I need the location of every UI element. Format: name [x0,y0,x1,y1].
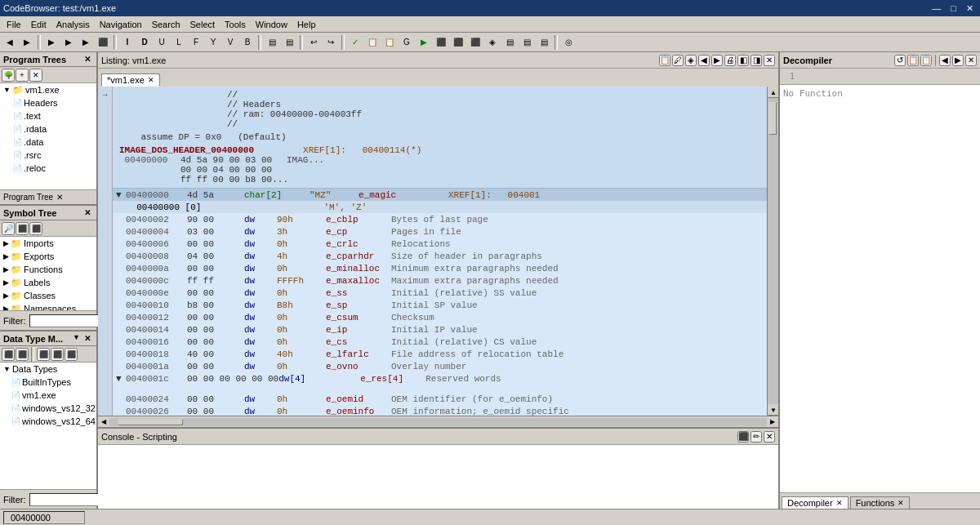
tree-item-datatypes[interactable]: ▼ Data Types [0,363,96,376]
menu-file[interactable]: File [2,18,26,31]
tree-item-classes[interactable]: ▶ 📁 Classes [0,289,96,302]
close-btn[interactable]: ✕ [963,3,977,14]
toolbar-redo[interactable]: D [136,34,153,51]
code-row-mz[interactable]: 00400000 [0] 'M', 'Z' [113,201,767,213]
decompiler-btn3[interactable]: ◀ [939,55,951,66]
tree-item-winvs1232[interactable]: 📄 windows_vs12_32 [0,402,96,415]
tree-item-reloc[interactable]: 📄 .reloc [0,162,96,175]
toolbar-btn4[interactable]: ⬛ [95,34,111,51]
console-close[interactable]: ✕ [764,431,775,443]
toolbar-btn7[interactable]: F [188,34,204,51]
code-row-emaxalloc[interactable]: 0040000c ff ff dw FFFFh e_maxalloc Maxim… [113,274,767,287]
scroll-up-btn[interactable]: ▲ [768,87,779,98]
toolbar-btn15[interactable]: 📋 [364,34,381,51]
collapse-icon-emagic[interactable]: ▼ [116,190,126,200]
toolbar-btn20[interactable]: ⬛ [467,34,483,51]
toolbar-btn12[interactable]: ▤ [281,34,297,51]
menu-navigation[interactable]: Navigation [95,18,147,31]
tree-item-dtvm1[interactable]: 📄 vm1.exe [0,389,96,402]
scroll-thumb[interactable] [768,102,777,135]
scroll-down-btn[interactable]: ▼ [768,404,779,416]
listing-btn6[interactable]: ◧ [737,55,749,66]
toolbar-btn17[interactable]: G [399,34,415,51]
code-row-eminalloc[interactable]: 0040000a 00 00 dw 0h e_minalloc Minimum … [113,262,767,274]
symbol-btn2[interactable]: ⬛ [16,222,29,235]
nav-arrow[interactable]: → [101,90,109,99]
toolbar-check[interactable]: ✓ [347,34,363,51]
code-row-eovno[interactable]: 0040001a 00 00 dw 0h e_ovno Overlay numb… [113,360,767,372]
dt-btn4[interactable]: ⬛ [51,348,64,361]
toolbar-btn25[interactable]: ◎ [560,34,577,51]
menu-search[interactable]: Search [147,18,185,31]
tree-btn1[interactable]: 🌳 [2,69,15,82]
program-trees-close[interactable]: ✕ [82,54,93,65]
tree-item-builtintypes[interactable]: 📄 BuiltInTypes [0,376,96,389]
dt-btn1[interactable]: ⬛ [2,348,15,361]
tree-item-namespaces[interactable]: ▶ 📁 Namespaces [0,302,96,310]
toolbar-btn24[interactable]: ▤ [536,34,552,51]
h-scroll-thumb[interactable] [118,419,183,425]
toolbar-btn6[interactable]: L [171,34,187,51]
toolbar-btn13[interactable]: ↩ [305,34,322,51]
toolbar-back[interactable]: ◀ [2,34,18,51]
listing-btn3[interactable]: ◀ [698,55,710,66]
listing-close[interactable]: ✕ [764,55,775,66]
decompiler-close[interactable]: ✕ [965,55,977,66]
code-row-ecs[interactable]: 00400016 00 00 dw 0h e_cs Initial (relat… [113,336,767,348]
code-row-ecsum[interactable]: 00400012 00 00 dw 0h e_csum Checksum [113,311,767,323]
listing-tab-vm1[interactable]: *vm1.exe ✕ [101,73,160,87]
decompiler-tab-functions-close[interactable]: ✕ [898,499,904,507]
toolbar-btn16[interactable]: 📋 [381,34,398,51]
minimize-btn[interactable]: — [929,3,944,14]
toolbar-btn9[interactable]: V [222,34,238,51]
tree-item-data[interactable]: 📄 .data [0,136,96,149]
code-row-esp[interactable]: 00400010 b8 00 dw B8h e_sp Initial SP va… [113,299,767,311]
decompiler-tab-functions[interactable]: Functions ✕ [850,496,911,509]
code-row-eres[interactable]: ▼ 0040001c 00 00 00 00 00 00 dw[4] e_res… [113,372,767,385]
menu-select[interactable]: Select [185,18,220,31]
code-row-eip[interactable]: 00400014 00 00 dw 0h e_ip Initial IP val… [113,323,767,336]
tree-item-imports[interactable]: ▶ 📁 Imports [0,237,96,250]
decompiler-content[interactable]: No Function [780,85,980,492]
toolbar-btn21[interactable]: ◈ [484,34,501,51]
toolbar-btn10[interactable]: B [239,34,256,51]
code-row-eoeminfo[interactable]: 00400026 00 00 dw 0h e_oeminfo OEM infor… [113,405,767,416]
toolbar-btn11[interactable]: ▤ [264,34,280,51]
toolbar-btn22[interactable]: ▤ [501,34,518,51]
toolbar-btn1[interactable]: ▶ [43,34,60,51]
dt-btn3[interactable]: ⬛ [37,348,50,361]
toolbar-run[interactable]: ▶ [416,34,432,51]
decompiler-tab-decompiler[interactable]: Decompiler ✕ [782,496,849,509]
tree-item-labels[interactable]: ▶ 📁 Labels [0,276,96,289]
toolbar-forward[interactable]: ▶ [19,34,35,51]
tree-item-rsrc[interactable]: 📄 .rsrc [0,149,96,162]
toolbar-btn18[interactable]: ⬛ [433,34,449,51]
tree-item-rdata[interactable]: 📄 .rdata [0,122,96,136]
dt-btn2[interactable]: ⬛ [16,348,29,361]
listing-btn1[interactable]: 📋 [659,55,670,66]
tree-item-winvs1264[interactable]: 📄 windows_vs12_64 [0,415,96,428]
code-row-eoemid[interactable]: 00400024 00 00 dw 0h e_oemid OEM identif… [113,393,767,405]
data-type-arrow[interactable]: ▼ [73,333,80,345]
symbol-btn3[interactable]: ⬛ [29,222,42,235]
code-row-ecrlc[interactable]: 00400006 00 00 dw 0h e_crlc Relocations [113,238,767,250]
decompiler-btn1[interactable]: 📋 [907,55,919,66]
tree-item-text[interactable]: 📄 .text [0,109,96,122]
hscroll-left-btn[interactable]: ◀ [98,416,109,428]
code-row-ess[interactable]: 0040000e 00 00 dw 0h e_ss Initial (relat… [113,287,767,299]
tree-item-headers[interactable]: 📄 Headers [0,96,96,109]
menu-edit[interactable]: Edit [26,18,51,31]
code-row-ecblp[interactable]: 00400002 90 00 dw 90h e_cblp Bytes of la… [113,213,767,225]
tree-btn3[interactable]: ✕ [29,69,42,82]
decompiler-btn2[interactable]: 📋 [920,55,932,66]
dt-btn5[interactable]: ⬛ [65,348,78,361]
h-scroll-track[interactable] [109,418,767,426]
collapse-icon-eres[interactable]: ▼ [116,374,126,384]
tree-btn2[interactable]: + [16,69,29,82]
console-btn2[interactable]: ✏ [751,431,762,443]
toolbar-btn23[interactable]: ▤ [519,34,535,51]
decompiler-tab-close[interactable]: ✕ [836,499,843,507]
listing-btn4[interactable]: ▶ [711,55,723,66]
console-btn1[interactable]: ⬛ [737,431,749,443]
toolbar-btn2[interactable]: ▶ [60,34,77,51]
